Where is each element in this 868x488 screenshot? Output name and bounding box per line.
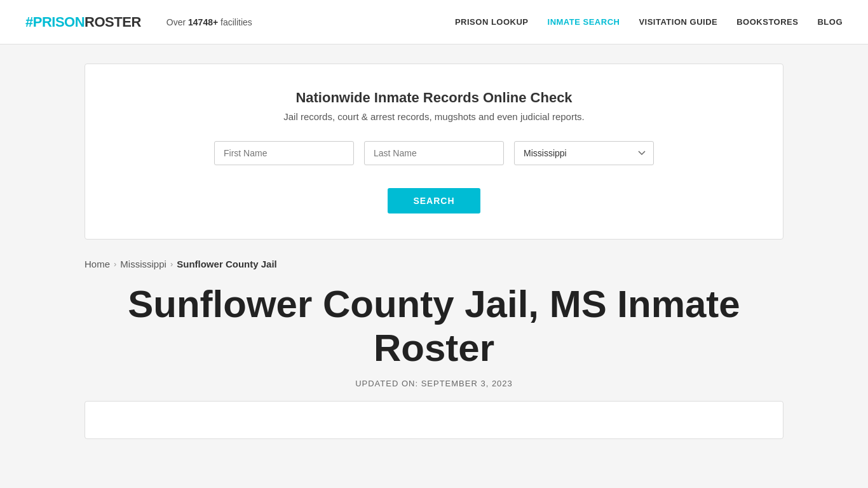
nav-bookstores[interactable]: BOOKSTORES bbox=[736, 17, 798, 27]
state-select[interactable]: AlabamaAlaskaArizonaArkansasCaliforniaCo… bbox=[514, 141, 654, 165]
facilities-text: Over 14748+ facilities bbox=[166, 17, 252, 27]
nav-blog[interactable]: BLOG bbox=[817, 17, 843, 27]
search-section: Nationwide Inmate Records Online Check J… bbox=[85, 64, 783, 240]
first-name-input[interactable] bbox=[214, 141, 354, 165]
breadcrumb-sep-1: › bbox=[114, 259, 116, 269]
header: #PRISONROSTER Over 14748+ facilities PRI… bbox=[0, 0, 868, 44]
page-title: Sunflower County Jail, MS Inmate Roster bbox=[85, 282, 783, 370]
page-title-section: Sunflower County Jail, MS Inmate Roster … bbox=[85, 282, 783, 388]
search-inputs-row: AlabamaAlaskaArizonaArkansasCaliforniaCo… bbox=[136, 141, 732, 165]
bottom-card bbox=[85, 401, 783, 439]
logo[interactable]: #PRISONROSTER bbox=[25, 14, 141, 30]
breadcrumb-state[interactable]: Mississippi bbox=[120, 259, 166, 269]
nav-prison-lookup[interactable]: PRISON LOOKUP bbox=[455, 17, 529, 27]
breadcrumb: Home › Mississippi › Sunflower County Ja… bbox=[85, 259, 783, 269]
nav-visitation-guide[interactable]: VISITATION GUIDE bbox=[639, 17, 717, 27]
last-name-input[interactable] bbox=[364, 141, 504, 165]
breadcrumb-home[interactable]: Home bbox=[85, 259, 110, 269]
search-subtitle: Jail records, court & arrest records, mu… bbox=[136, 111, 732, 122]
facilities-count: 14748+ bbox=[188, 17, 218, 27]
updated-text: UPDATED ON: SEPTEMBER 3, 2023 bbox=[85, 379, 783, 388]
logo-roster: ROSTER bbox=[85, 14, 141, 30]
search-button[interactable]: SEARCH bbox=[388, 188, 480, 214]
logo-hash: # bbox=[25, 14, 33, 30]
search-form: AlabamaAlaskaArizonaArkansasCaliforniaCo… bbox=[136, 141, 732, 214]
breadcrumb-sep-2: › bbox=[170, 259, 173, 269]
search-title: Nationwide Inmate Records Online Check bbox=[136, 90, 732, 106]
nav-inmate-search[interactable]: INMATE SEARCH bbox=[548, 17, 620, 27]
breadcrumb-current: Sunflower County Jail bbox=[177, 259, 277, 269]
facilities-suffix: facilities bbox=[218, 17, 252, 27]
logo-prison: PRISON bbox=[33, 14, 85, 30]
facilities-prefix: Over bbox=[166, 17, 188, 27]
main-nav: PRISON LOOKUP INMATE SEARCH VISITATION G… bbox=[455, 17, 843, 27]
